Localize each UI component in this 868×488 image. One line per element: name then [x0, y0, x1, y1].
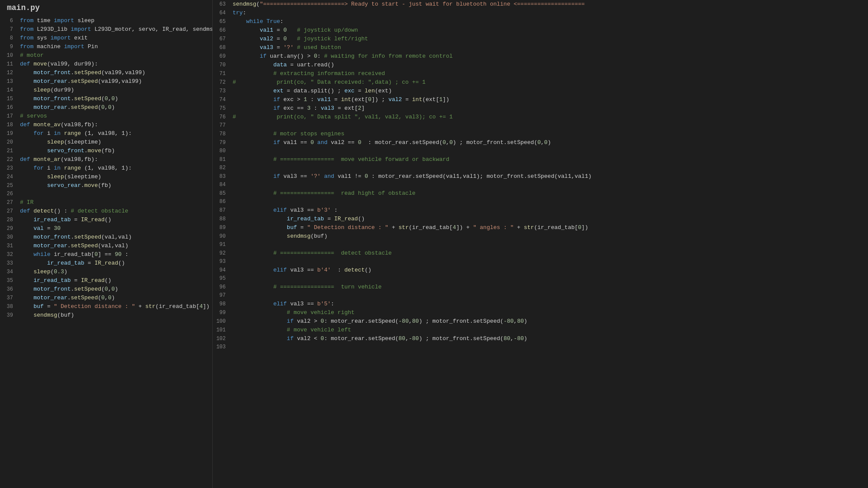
table-row: 27def detect() : # detect obstacle	[0, 207, 212, 216]
line-number: 36	[0, 285, 18, 294]
line-number: 28	[0, 216, 18, 224]
line-code: # IR	[18, 198, 212, 206]
table-row: 20 sleep(sleeptime)	[0, 138, 212, 147]
line-code: motor_rear.setSpeed(0,0)	[18, 103, 212, 111]
table-row: 37 motor_rear.setSpeed(0,0)	[0, 294, 212, 302]
line-number: 29	[0, 225, 18, 233]
line-code: val = 30	[18, 224, 212, 233]
line-code: sleep(sleeptime)	[18, 173, 212, 181]
line-number: 71	[213, 70, 231, 78]
line-code: sendmsg("========================> Ready…	[231, 0, 868, 8]
table-row: 26	[0, 190, 212, 198]
line-code: sleep(sleeptime)	[18, 138, 212, 146]
line-code: # servos	[18, 112, 212, 120]
table-row: 83 if val3 == '?' and val1 != 0 : motor_…	[213, 172, 868, 181]
table-row: 90 sendmsg(buf)	[213, 232, 868, 241]
line-code: if uart.any() > 0: # waiting for info fr…	[231, 52, 868, 60]
table-row: 80	[213, 147, 868, 155]
line-number: 66	[213, 26, 231, 35]
table-row: 27# IR	[0, 198, 212, 207]
table-row: 30 motor_front.setSpeed(val,val)	[0, 233, 212, 242]
line-code: def monte_av(val98,fb):	[18, 121, 212, 129]
line-code: for i in range (1, val98, 1):	[18, 129, 212, 138]
line-code: # ================ turn vehicle	[231, 283, 868, 291]
table-row: 8from sys import exit	[0, 34, 212, 43]
line-number: 23	[0, 164, 18, 173]
line-code: # motor	[18, 51, 212, 59]
table-row: 7from L293D_lib import L293D_motor, serv…	[0, 25, 212, 34]
line-number: 75	[213, 105, 231, 113]
line-number: 30	[0, 233, 18, 242]
table-row: 69 if uart.any() > 0: # waiting for info…	[213, 52, 868, 61]
line-number: 19	[0, 130, 18, 138]
line-code: def move(val99, dur99):	[18, 60, 212, 68]
line-code: if val1 == 0 and val2 == 0 : motor_rear.…	[231, 138, 868, 147]
table-row: 98 elif val3 == b'5':	[213, 300, 868, 308]
line-code: val1 = 0 # joystick up/down	[231, 26, 868, 34]
table-row: 39 sendmsg(buf)	[0, 311, 212, 320]
line-number: 10	[0, 52, 18, 60]
line-number: 79	[213, 139, 231, 147]
line-code: from sys import exit	[18, 34, 212, 42]
line-number: 27	[0, 207, 18, 216]
line-code: while ir_read_tab[0] == 90 :	[18, 250, 212, 259]
line-code: elif val3 == b'3' :	[231, 206, 868, 214]
table-row: 97	[213, 291, 868, 300]
table-row: 101 # move vehicle left	[213, 326, 868, 334]
line-number: 64	[213, 9, 231, 17]
table-row: 34 sleep(0.3)	[0, 268, 212, 276]
table-row: 10# motor	[0, 51, 212, 60]
line-code: def monte_ar(val98,fb):	[18, 155, 212, 164]
line-code: servo_rear.move(fb)	[18, 181, 212, 190]
table-row: 13 motor_rear.setSpeed(val99,val99)	[0, 77, 212, 86]
line-code: ir_read_tab = IR_read()	[231, 215, 868, 223]
line-code: try:	[231, 9, 868, 17]
table-row: 85 # ================ read hight of obst…	[213, 189, 868, 198]
table-row: 96 # ================ turn vehicle	[213, 283, 868, 291]
line-code: # extracting information received	[231, 69, 868, 78]
table-row: 63sendmsg("========================> Rea…	[213, 0, 868, 9]
line-number: 77	[213, 121, 231, 130]
line-number: 15	[0, 95, 18, 103]
line-code: ir_read_tab = IR_read()	[18, 259, 212, 267]
table-row: 19 for i in range (1, val98, 1):	[0, 129, 212, 138]
line-code: ir_read_tab = IR_read()	[18, 216, 212, 224]
line-number: 69	[213, 52, 231, 61]
line-code: from L293D_lib import L293D_motor, servo…	[18, 25, 213, 33]
line-number: 32	[0, 251, 18, 259]
line-code: sleep(0.3)	[18, 268, 212, 276]
line-code: if exc == 3 : val3 = ext[2]	[231, 104, 868, 112]
table-row: 33 ir_read_tab = IR_read()	[0, 259, 212, 268]
line-code: while True:	[231, 17, 868, 26]
table-row: 64try:	[213, 9, 868, 17]
line-number: 82	[213, 164, 231, 172]
line-code: for i in range (1, val98, 1):	[18, 164, 212, 172]
line-code: # ================ detect obstacle	[231, 249, 868, 257]
line-number: 92	[213, 249, 231, 258]
line-number: 88	[213, 215, 231, 223]
line-number: 13	[0, 78, 18, 86]
table-row: 67 val2 = 0 # joystick left/right	[213, 35, 868, 43]
line-number: 6	[0, 17, 18, 25]
right-code-area: 63sendmsg("========================> Rea…	[213, 0, 868, 351]
table-row: 16 motor_rear.setSpeed(0,0)	[0, 103, 212, 112]
line-number: 87	[213, 206, 231, 215]
line-number: 68	[213, 44, 231, 52]
line-code: motor_front.setSpeed(val,val)	[18, 233, 212, 241]
line-code: servo_front.move(fb)	[18, 147, 212, 155]
table-row: 72# print(co, " Data received: ",data) ;…	[213, 78, 868, 87]
line-code: from time import sleep	[18, 16, 212, 25]
line-number: 74	[213, 96, 231, 104]
table-row: 87 elif val3 == b'3' :	[213, 206, 868, 215]
line-number: 91	[213, 241, 231, 249]
table-row: 12 motor_front.setSpeed(val99,val99)	[0, 69, 212, 77]
table-row: 99 # move vehicle right	[213, 308, 868, 317]
table-row: 73 ext = data.split() ; exc = len(ext)	[213, 87, 868, 95]
table-row: 24 sleep(sleeptime)	[0, 173, 212, 181]
table-row: 21 servo_front.move(fb)	[0, 147, 212, 155]
line-code: # move vehicle left	[231, 326, 868, 334]
line-number: 27	[0, 199, 18, 207]
line-code: # print(co, " Data split ", val1, val2, …	[231, 113, 868, 121]
left-code-area: 6from time import sleep7from L293D_lib i…	[0, 16, 212, 320]
table-row: 38 buf = " Detection distance : " + str(…	[0, 302, 212, 311]
